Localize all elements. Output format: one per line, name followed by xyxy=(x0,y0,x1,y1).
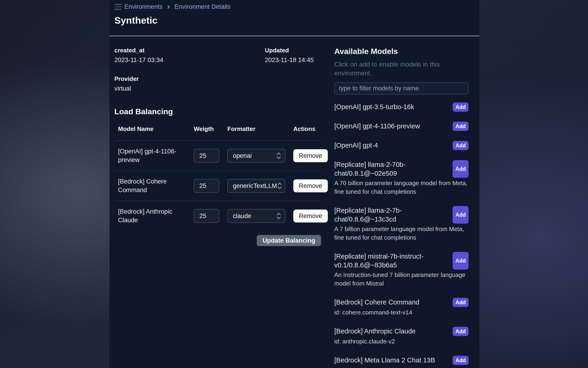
model-list-item: [Replicate] llama-2-7b-chat/0.8.6@~13c3c… xyxy=(334,206,469,242)
meta-created-value: 2023-11-17 03:34 xyxy=(114,56,265,64)
model-item-description: A 70 billion parameter language model fr… xyxy=(334,179,469,196)
select-updown-chevron-icon xyxy=(276,152,281,160)
meta-created-at: created_at 2023-11-17 03:34 xyxy=(114,47,265,64)
add-model-button[interactable]: Add xyxy=(453,102,469,112)
weight-input[interactable] xyxy=(194,149,219,163)
meta-provider: Provider virtual xyxy=(114,75,265,92)
formatter-select[interactable]: claude xyxy=(227,209,285,223)
model-list-item: [OpenAI] gpt-4 Add xyxy=(334,141,469,150)
model-item-name: [OpenAI] gpt-4 xyxy=(334,141,382,150)
breadcrumb-environment-details[interactable]: Environment Details xyxy=(175,3,231,10)
meta-updated-value: 2023-11-18 14:45 xyxy=(265,56,321,64)
model-item-name: [Bedrock] Cohere Command xyxy=(334,298,423,307)
row-weight-cell xyxy=(194,149,227,163)
model-item-header: [OpenAI] gpt-3.5-turbo-16k Add xyxy=(334,102,469,112)
meta-updated: Updated 2023-11-18 14:45 xyxy=(265,47,321,64)
model-list-item: [OpenAI] gpt-3.5-turbo-16k Add xyxy=(334,102,469,112)
update-balancing-button[interactable]: Update Balancing xyxy=(257,235,321,246)
meta-created-label: created_at xyxy=(114,47,265,54)
model-item-header: [Bedrock] Anthropic Claude Add xyxy=(334,327,469,336)
page-body: created_at 2023-11-17 03:34 Updated 2023… xyxy=(114,36,479,368)
select-updown-chevron-icon xyxy=(277,182,282,190)
meta-provider-value: virtual xyxy=(114,85,265,92)
model-item-header: [Replicate] mistral-7b-instruct-v0.1/0.8… xyxy=(334,252,469,269)
load-balancing-row: [OpenAI] gpt-4-1106-preview openai xyxy=(114,141,321,171)
row-formatter-cell: genericTextLLM xyxy=(227,179,293,193)
model-item-name: [Replicate] llama-2-70b-chat/0.8.1@~02e5… xyxy=(334,160,450,178)
model-list-item: [OpenAI] gpt-4-1106-preview Add xyxy=(334,122,469,131)
load-balancing-table-header: Model Name Weigth Formatter Actions xyxy=(114,125,321,141)
model-list-item: [Replicate] mistral-7b-instruct-v0.1/0.8… xyxy=(334,252,469,288)
model-filter-input[interactable] xyxy=(334,82,469,94)
chevron-right-icon xyxy=(167,5,170,9)
model-item-header: [OpenAI] gpt-4-1106-preview Add xyxy=(334,122,469,131)
model-item-name: [Bedrock] Meta Llama 2 Chat 13B xyxy=(334,356,439,365)
formatter-select-value: openai xyxy=(233,152,252,159)
add-model-button[interactable]: Add xyxy=(453,327,469,336)
formatter-select[interactable]: genericTextLLM xyxy=(227,179,285,193)
model-item-name: [OpenAI] gpt-4-1106-preview xyxy=(334,122,424,131)
remove-model-button[interactable]: Remove xyxy=(293,179,328,192)
model-list-item: [Replicate] llama-2-70b-chat/0.8.1@~02e5… xyxy=(334,160,469,196)
hamburger-menu-icon[interactable] xyxy=(114,4,122,10)
row-model-name: [OpenAI] gpt-4-1106-preview xyxy=(118,147,194,164)
add-model-button[interactable]: Add xyxy=(453,141,469,150)
model-item-name: [Replicate] mistral-7b-instruct-v0.1/0.8… xyxy=(334,252,450,269)
load-balancing-row: [Bedrock] Anthropic Claude claude xyxy=(114,201,321,231)
column-header-formatter: Formatter xyxy=(227,125,293,133)
column-header-actions: Actions xyxy=(293,125,321,133)
environment-config-section: created_at 2023-11-17 03:34 Updated 2023… xyxy=(114,47,321,368)
model-item-description: id: meta.llama2-13b-chat-v1 xyxy=(334,366,469,368)
model-item-header: [Bedrock] Meta Llama 2 Chat 13B Add xyxy=(334,356,469,365)
select-updown-chevron-icon xyxy=(276,212,281,220)
model-item-header: [Replicate] llama-2-70b-chat/0.8.1@~02e5… xyxy=(334,160,469,178)
add-model-button[interactable]: Add xyxy=(453,298,469,307)
meta-provider-label: Provider xyxy=(114,75,265,83)
remove-model-button[interactable]: Remove xyxy=(293,210,328,222)
model-list-item: [Bedrock] Meta Llama 2 Chat 13B Add id: … xyxy=(334,356,469,368)
update-balancing-row: Update Balancing xyxy=(114,235,321,246)
remove-model-button[interactable]: Remove xyxy=(293,149,328,162)
column-header-model-name: Model Name xyxy=(118,125,194,133)
page-title: Synthetic xyxy=(114,15,479,26)
add-model-button[interactable]: Add xyxy=(453,206,469,224)
model-item-header: [Bedrock] Cohere Command Add xyxy=(334,298,469,307)
row-model-name: [Bedrock] Anthropic Claude xyxy=(118,207,194,225)
model-item-description: id: anthropic.claude-v2 xyxy=(334,337,469,346)
row-formatter-cell: openai xyxy=(227,149,293,163)
breadcrumb-environments[interactable]: Environments xyxy=(124,3,163,10)
model-item-header: [Replicate] llama-2-7b-chat/0.8.6@~13c3c… xyxy=(334,206,469,224)
add-model-button[interactable]: Add xyxy=(453,160,469,178)
row-weight-cell xyxy=(194,209,227,223)
model-list-item: [Bedrock] Anthropic Claude Add id: anthr… xyxy=(334,327,469,346)
model-item-header: [OpenAI] gpt-4 Add xyxy=(334,141,469,150)
available-models-title: Available Models xyxy=(334,47,469,56)
load-balancing-row: [Bedrock] Cohere Command genericTextLLM xyxy=(114,171,321,201)
available-models-section: Available Models Click on add to enable … xyxy=(334,47,469,368)
meta-updated-label: Updated xyxy=(265,47,321,54)
model-item-description: A 7 billion parameter language model fro… xyxy=(334,225,469,242)
available-models-list: [OpenAI] gpt-3.5-turbo-16k Add [OpenAI] … xyxy=(334,102,469,368)
available-models-subtitle: Click on add to enable models in this en… xyxy=(334,60,464,78)
model-item-name: [OpenAI] gpt-3.5-turbo-16k xyxy=(334,102,418,112)
load-balancing-table: Model Name Weigth Formatter Actions [Ope… xyxy=(114,125,321,231)
model-item-name: [Replicate] llama-2-7b-chat/0.8.6@~13c3c… xyxy=(334,206,450,224)
formatter-select[interactable]: openai xyxy=(227,149,285,163)
formatter-select-value: claude xyxy=(233,212,251,220)
weight-input[interactable] xyxy=(194,179,219,193)
row-formatter-cell: claude xyxy=(227,209,293,223)
model-item-description: An instruction-tuned 7 billion parameter… xyxy=(334,271,469,288)
model-item-description: id: cohere.command-text-v14 xyxy=(334,308,469,317)
add-model-button[interactable]: Add xyxy=(453,252,469,269)
add-model-button[interactable]: Add xyxy=(453,122,469,131)
row-model-name: [Bedrock] Cohere Command xyxy=(118,177,194,194)
column-header-weight: Weigth xyxy=(194,125,227,133)
weight-input[interactable] xyxy=(194,209,219,223)
environment-details-panel: Environments Environment Details Synthet… xyxy=(109,0,479,368)
breadcrumb: Environments Environment Details xyxy=(114,3,479,10)
model-list-item: [Bedrock] Cohere Command Add id: cohere.… xyxy=(334,298,469,317)
row-weight-cell xyxy=(194,179,227,193)
formatter-select-value: genericTextLLM xyxy=(233,182,277,190)
load-balancing-title: Load Balancing xyxy=(114,107,321,116)
add-model-button[interactable]: Add xyxy=(453,356,469,365)
